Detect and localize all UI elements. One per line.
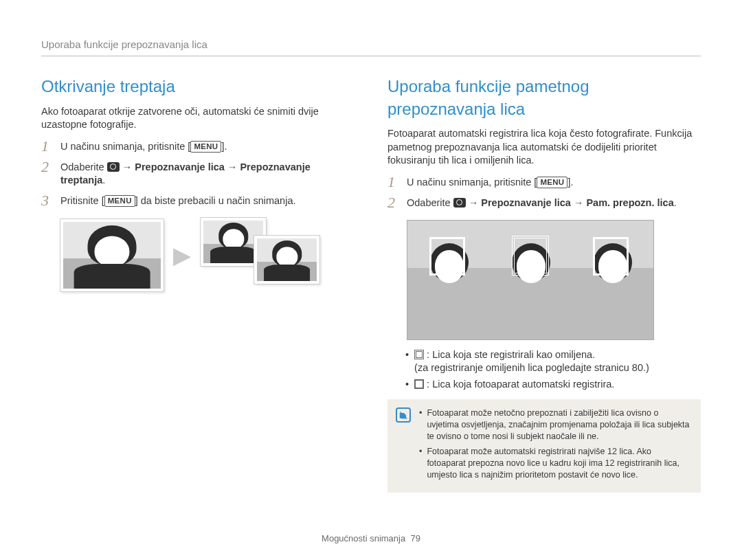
- step-2: 2 Odaberite → Prepoznavanje lica → Prepo…: [41, 161, 355, 188]
- section-title-right: Uporaba funkcije pametnog prepoznavanja …: [387, 76, 701, 120]
- step-number: 1: [41, 139, 54, 154]
- arrow: →: [571, 197, 587, 208]
- menu-icon: MENU: [190, 141, 221, 153]
- step-text: ] da biste prebacili u način snimanja.: [135, 195, 296, 206]
- step-1: 1 U načinu snimanja, pritisnite [MENU].: [41, 140, 355, 154]
- face-favorite-box: [512, 236, 549, 276]
- step-number: 2: [387, 195, 400, 210]
- step-text: ].: [567, 177, 573, 188]
- bold: Pam. prepozn. lica: [586, 197, 673, 208]
- page-footer: Mogućnosti snimanja 79: [0, 533, 742, 545]
- right-intro: Fotoaparat automatski registrira lica ko…: [387, 127, 701, 168]
- right-column: Uporaba funkcije pametnog prepoznavanja …: [387, 76, 701, 492]
- photo-closed-eyes: [60, 219, 164, 291]
- section-title-left: Otkrivanje treptaja: [41, 76, 355, 98]
- bold: Prepoznavanje lica: [135, 161, 225, 172]
- arrow: →: [120, 161, 135, 172]
- step-text: U načinu snimanja, pritisnite [: [407, 177, 537, 188]
- note-text: Fotoaparat može netočno prepoznati i zab…: [427, 407, 690, 443]
- footer-category: Mogućnosti snimanja: [322, 533, 405, 544]
- arrow: →: [225, 161, 240, 172]
- note-text: Fotoaparat može automatski registrirati …: [427, 446, 690, 481]
- face-detect-box: [429, 237, 465, 276]
- camera-icon: [453, 198, 466, 208]
- menu-icon: MENU: [104, 195, 135, 208]
- left-column: Otkrivanje treptaja Ako fotoaparat otkri…: [41, 76, 355, 492]
- step-2: 2 Odaberite → Prepoznavanje lica → Pam. …: [387, 197, 701, 210]
- note-box: •Fotoaparat može netočno prepoznati i za…: [387, 399, 701, 492]
- detected-square-icon: [414, 379, 424, 389]
- menu-icon: MENU: [537, 177, 567, 189]
- photo-open-eyes-small: [254, 236, 319, 284]
- left-intro: Ako fotoaparat otkrije zatvorene oči, au…: [41, 105, 355, 132]
- page-header: Uporaba funkcije prepoznavanja lica: [41, 38, 701, 56]
- face-detect-box: [593, 237, 629, 276]
- step-number: 1: [387, 175, 400, 190]
- favorite-square-icon: [414, 350, 424, 359]
- legend-text: (za registriranje omiljenih lica pogleda…: [414, 362, 649, 373]
- step-text: ].: [221, 141, 227, 152]
- footer-page: 79: [410, 533, 420, 544]
- step-3: 3 Pritisnite [MENU] da biste prebacili u…: [41, 194, 355, 208]
- step-text: .: [102, 175, 105, 186]
- illustration-faces: [407, 220, 654, 340]
- step-text: Odaberite: [60, 161, 107, 172]
- legend-list: • : Lica koja ste registrirali kao omilj…: [405, 348, 701, 392]
- legend-text: : Lica koja ste registrirali kao omiljen…: [427, 349, 595, 360]
- camera-icon: [107, 162, 120, 172]
- step-number: 2: [41, 159, 54, 175]
- illustration-blink: ▶: [60, 218, 355, 293]
- note-icon: [396, 407, 411, 423]
- step-text: .: [674, 197, 677, 208]
- legend-text: : Lica koja fotoaparat automatski regist…: [427, 379, 614, 390]
- bold: Prepoznavanje lica: [481, 197, 571, 208]
- step-number: 3: [41, 193, 54, 208]
- arrow-right-icon: ▶: [173, 240, 191, 271]
- step-text: Pritisnite [: [60, 195, 104, 206]
- step-text: U načinu snimanja, pritisnite [: [60, 141, 190, 152]
- step-text: Odaberite: [407, 197, 453, 208]
- step-1: 1 U načinu snimanja, pritisnite [MENU].: [387, 176, 701, 190]
- arrow: →: [466, 197, 482, 208]
